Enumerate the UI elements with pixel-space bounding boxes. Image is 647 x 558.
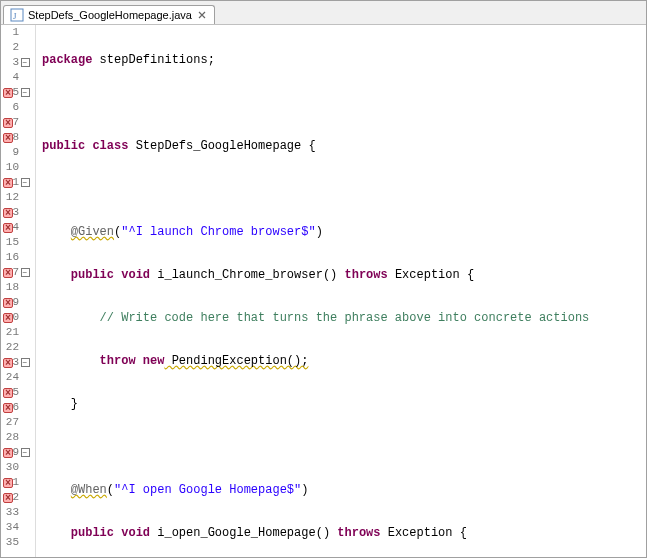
marker-slot [1, 535, 15, 550]
fold-slot [19, 475, 31, 490]
keyword-public: public [42, 139, 85, 153]
error-marker-icon[interactable] [3, 118, 13, 128]
fold-slot [19, 145, 31, 160]
fold-collapse-icon[interactable]: − [21, 58, 30, 67]
gutter-row: 14 [1, 220, 35, 235]
marker-slot [1, 220, 15, 235]
error-marker-icon[interactable] [3, 88, 13, 98]
gutter-row: 31 [1, 475, 35, 490]
marker-slot [1, 205, 15, 220]
gutter-row: 33 [1, 505, 35, 520]
fold-slot [19, 235, 31, 250]
gutter-row: 13 [1, 205, 35, 220]
fold-slot [19, 160, 31, 175]
gutter-row: 28 [1, 430, 35, 445]
gutter-row: 8 [1, 130, 35, 145]
keyword-void: void [121, 526, 150, 540]
gutter-row: 17− [1, 265, 35, 280]
fold-slot [19, 535, 31, 550]
fold-slot [19, 460, 31, 475]
gutter-row: 27 [1, 415, 35, 430]
fold-slot [19, 190, 31, 205]
marker-slot [1, 295, 15, 310]
code-area[interactable]: package stepDefinitions; public class St… [36, 25, 646, 557]
fold-slot: − [19, 175, 31, 190]
gutter-row: 15 [1, 235, 35, 250]
fold-collapse-icon[interactable]: − [21, 268, 30, 277]
code-editor[interactable]: 123−45−67891011−121314151617−18192021222… [1, 25, 646, 557]
marker-slot [1, 55, 15, 70]
close-brace: } [42, 397, 78, 411]
fold-slot [19, 310, 31, 325]
gutter-row: 10 [1, 160, 35, 175]
fold-slot [19, 220, 31, 235]
annotation-given: @Given [71, 225, 114, 239]
fold-slot: − [19, 445, 31, 460]
fold-slot [19, 25, 31, 40]
gutter-row: 18 [1, 280, 35, 295]
string-literal: "^I launch Chrome browser$" [121, 225, 315, 239]
error-marker-icon[interactable] [3, 223, 13, 233]
gutter-row: 34 [1, 520, 35, 535]
method-name: i_launch_Chrome_browser() [150, 268, 344, 282]
fold-slot: − [19, 85, 31, 100]
error-marker-icon[interactable] [3, 478, 13, 488]
keyword-public: public [71, 526, 114, 540]
fold-slot [19, 505, 31, 520]
marker-slot [1, 175, 15, 190]
gutter-row: 7 [1, 115, 35, 130]
fold-slot [19, 40, 31, 55]
marker-slot [1, 445, 15, 460]
marker-slot [1, 490, 15, 505]
fold-slot [19, 325, 31, 340]
error-marker-icon[interactable] [3, 208, 13, 218]
gutter-row: 16 [1, 250, 35, 265]
fold-slot [19, 415, 31, 430]
tab-bar: J StepDefs_GoogleHomepage.java [1, 1, 646, 25]
error-marker-icon[interactable] [3, 358, 13, 368]
marker-slot [1, 505, 15, 520]
marker-slot [1, 400, 15, 415]
gutter-row: 4 [1, 70, 35, 85]
marker-slot [1, 40, 15, 55]
editor-tab[interactable]: J StepDefs_GoogleHomepage.java [3, 5, 215, 24]
fold-collapse-icon[interactable]: − [21, 178, 30, 187]
fold-slot: − [19, 265, 31, 280]
marker-slot [1, 235, 15, 250]
error-marker-icon[interactable] [3, 403, 13, 413]
close-icon[interactable] [196, 9, 208, 21]
marker-slot [1, 25, 15, 40]
error-marker-icon[interactable] [3, 268, 13, 278]
gutter-row: 26 [1, 400, 35, 415]
fold-slot [19, 385, 31, 400]
marker-slot [1, 85, 15, 100]
marker-slot [1, 70, 15, 85]
error-marker-icon[interactable] [3, 133, 13, 143]
keyword-throws: throws [337, 526, 380, 540]
marker-slot [1, 160, 15, 175]
error-marker-icon[interactable] [3, 448, 13, 458]
tab-title: StepDefs_GoogleHomepage.java [28, 9, 192, 21]
error-marker-icon[interactable] [3, 493, 13, 503]
gutter-row: 20 [1, 310, 35, 325]
fold-slot [19, 400, 31, 415]
keyword-package: package [42, 53, 92, 67]
marker-slot [1, 250, 15, 265]
error-marker-icon[interactable] [3, 388, 13, 398]
fold-collapse-icon[interactable]: − [21, 88, 30, 97]
marker-slot [1, 115, 15, 130]
error-marker-icon[interactable] [3, 313, 13, 323]
fold-slot: − [19, 55, 31, 70]
fold-collapse-icon[interactable]: − [21, 448, 30, 457]
marker-slot [1, 145, 15, 160]
error-marker-icon[interactable] [3, 298, 13, 308]
fold-slot [19, 250, 31, 265]
gutter-row: 3− [1, 55, 35, 70]
fold-slot [19, 430, 31, 445]
fold-collapse-icon[interactable]: − [21, 358, 30, 367]
marker-slot [1, 100, 15, 115]
fold-slot [19, 100, 31, 115]
marker-slot [1, 520, 15, 535]
gutter-row: 19 [1, 295, 35, 310]
error-marker-icon[interactable] [3, 178, 13, 188]
